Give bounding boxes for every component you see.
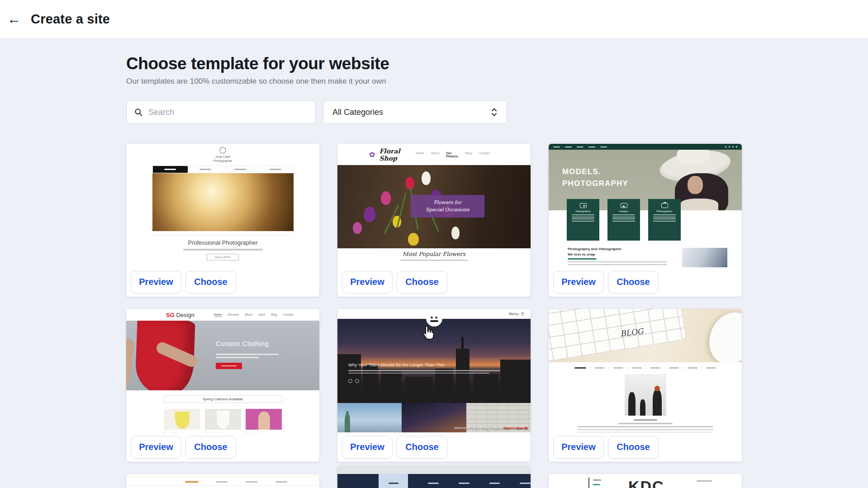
category-dropdown[interactable]: All Categories: [323, 100, 507, 124]
card-footer: Preview Choose: [126, 267, 319, 297]
thumb-nav: [549, 366, 742, 370]
preview-button[interactable]: Preview: [553, 271, 604, 294]
choose-button[interactable]: Choose: [185, 436, 236, 459]
thumb-hero-title: MODELS. PHOTOGRAPHY: [562, 166, 628, 190]
thumb-hero: Custom Clothing: [126, 321, 319, 390]
thumb-header-strip: [337, 465, 531, 474]
app-title: Create a site: [31, 12, 110, 27]
thumb-brand: KDC: [628, 478, 664, 488]
carousel-dots: [348, 379, 500, 383]
choose-button[interactable]: Choose: [608, 271, 659, 294]
thumb-brand: Floral Shop: [379, 147, 416, 162]
video-icon: [580, 203, 587, 208]
back-arrow-icon: ←: [7, 11, 21, 27]
thumb-brand: SG Design: [166, 312, 194, 318]
app-header: ← Create a site: [0, 0, 868, 38]
thumb-section-heading: Most Popular Flowers: [337, 251, 531, 257]
thumb-article-photo: [625, 374, 666, 416]
thumb-nav: [126, 478, 319, 486]
thumb-nav: HomeAboutOur FlowersShopContact: [416, 152, 490, 158]
thumb-menu: Menu ☰: [509, 312, 524, 316]
search-input[interactable]: [148, 108, 308, 117]
template-card-sg-design: SG Design HomeServicesAboutStoreBlogCont…: [126, 309, 319, 462]
thumb-image-strip: Welcome To Our Blog Feature Here's How B…: [337, 403, 531, 432]
choose-button[interactable]: Choose: [185, 271, 236, 294]
thumb-hero-photo: Flowers for Special Occasions: [337, 165, 531, 248]
thumb-nav: HomeServicesAboutStoreBlogContact: [214, 313, 293, 317]
preview-button[interactable]: Preview: [553, 436, 604, 459]
card-footer: Preview Choose: [337, 267, 531, 297]
template-card-professional-photographer: Jone Clark Photographer Professional Pho…: [126, 144, 319, 297]
search-icon: [134, 108, 143, 117]
thumb-caption: Welcome To Our Blog Feature Here's How B…: [454, 426, 528, 430]
template-card-blog: BLOG: [549, 309, 742, 462]
template-thumbnail-partial-1: [126, 474, 319, 488]
thumb-side-image: [682, 248, 727, 267]
choose-button[interactable]: Choose: [397, 436, 447, 459]
template-card-travel-blog: Menu ☰ ▲▲ Why Your Titles Should Be No L…: [337, 309, 531, 462]
preview-button[interactable]: Preview: [342, 436, 393, 459]
thumb-products: Dress Collection Dress Collection Swim C…: [126, 409, 319, 432]
choose-button[interactable]: Choose: [397, 271, 447, 294]
template-grid: Jone Clark Photographer Professional Pho…: [126, 144, 742, 488]
preview-button[interactable]: Preview: [342, 271, 393, 294]
thumb-section-heading: Spring Collection Available: [164, 395, 282, 403]
statue-of-liberty-image: [337, 403, 402, 432]
thumb-hero-keyboard: BLOG: [549, 309, 742, 362]
aperture-logo-icon: [219, 147, 226, 154]
preview-button[interactable]: Preview: [131, 436, 181, 459]
page-subtitle: Our templates are 100% customizable so c…: [126, 77, 742, 86]
thumb-nav: [337, 474, 531, 488]
template-thumbnail-blog: BLOG: [549, 309, 742, 432]
template-thumbnail-sg-design: SG Design HomeServicesAboutStoreBlogCont…: [126, 309, 319, 432]
template-thumbnail-travel: Menu ☰ ▲▲ Why Your Titles Should Be No L…: [337, 309, 531, 432]
template-thumbnail-partial-3: KDC: [549, 474, 742, 488]
thumb-feature-cards: Videography Images Photography: [567, 199, 681, 241]
social-icons: [725, 146, 737, 147]
template-card-models-photography: MODELS. PHOTOGRAPHY Videography Images P…: [549, 144, 742, 297]
camera-icon: [661, 203, 668, 208]
template-thumbnail-floral: ✿ Floral Shop HomeAboutOur FlowersShopCo…: [337, 144, 531, 267]
thumb-body: Photography and Videographer We love to …: [549, 247, 742, 265]
mouse-cursor-icon: [422, 325, 435, 341]
chevron-updown-icon: [491, 107, 498, 117]
preview-button[interactable]: Preview: [131, 271, 181, 294]
thumb-hero-photo: [152, 173, 294, 231]
thumb-brand: Jone Clark Photographer: [126, 155, 319, 163]
thumb-tagline-placeholder: [183, 249, 263, 251]
card-footer: Preview Choose: [549, 267, 742, 297]
thumb-hero-title: Custom Clothing: [216, 340, 279, 347]
main-content: Choose template for your website Our tem…: [126, 38, 742, 488]
category-dropdown-value: All Categories: [332, 108, 383, 117]
thumb-nav: [549, 144, 742, 150]
choose-button[interactable]: Choose: [608, 436, 659, 459]
template-card-partial-2: [337, 465, 531, 488]
thumb-hero-title: Why Your Titles Should Be No Longer Than…: [348, 362, 500, 367]
thumb-nav: [152, 166, 294, 173]
flower-logo-icon: ✿: [369, 150, 375, 159]
template-card-partial-1: [126, 474, 319, 488]
card-footer: Preview Choose: [549, 432, 742, 462]
card-footer: Preview Choose: [337, 432, 531, 462]
filter-controls: All Categories: [126, 100, 742, 124]
card-footer: Preview Choose: [126, 432, 319, 462]
template-thumbnail-partial-2: [337, 465, 531, 488]
template-thumbnail-photographer: Jone Clark Photographer Professional Pho…: [126, 144, 319, 267]
thumb-subtitle-placeholder: [400, 260, 468, 261]
image-icon: [621, 203, 627, 208]
template-thumbnail-models: MODELS. PHOTOGRAPHY Videography Images P…: [549, 144, 742, 267]
hamburger-icon: ☰: [521, 312, 524, 316]
keyboard-shape: [549, 309, 687, 362]
back-button[interactable]: ←: [4, 9, 24, 29]
mouse-shape: [701, 309, 742, 362]
thumb-gallery-button: GALLERY: [207, 254, 239, 261]
mountain-logo-icon: ▲▲: [426, 310, 442, 327]
template-card-floral-shop: ✿ Floral Shop HomeAboutOur FlowersShopCo…: [337, 144, 531, 297]
thumb-cta-button: [216, 363, 242, 369]
template-card-partial-3: KDC: [549, 474, 742, 488]
page-title: Choose template for your website: [126, 54, 742, 73]
thumb-title: Professional Photographer: [126, 239, 319, 246]
search-box[interactable]: [126, 100, 316, 124]
thumb-hero-banner: Flowers for Special Occasions: [411, 195, 484, 218]
